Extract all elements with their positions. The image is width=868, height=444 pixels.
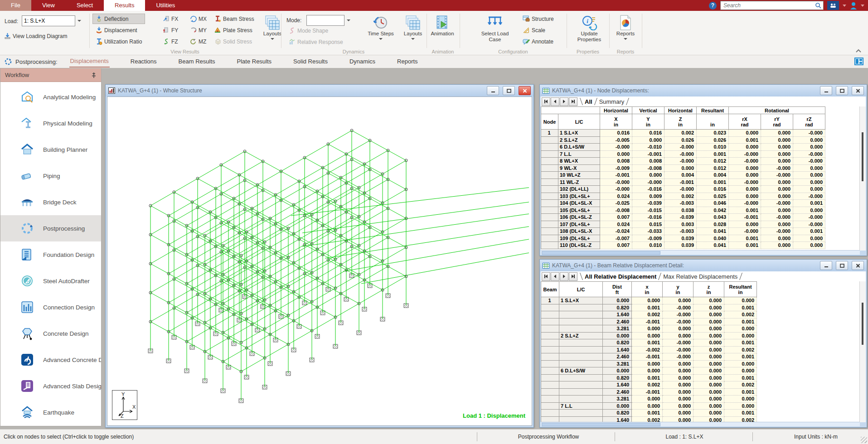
column-header[interactable]: yin [663,282,693,297]
cell[interactable]: 0.000 [693,402,724,410]
cell[interactable]: 0.000 [693,374,724,381]
cell[interactable] [541,214,558,221]
cell[interactable]: 0.001 [729,242,761,249]
cell[interactable]: 0.016 [632,130,664,137]
cell[interactable]: 0.003 [664,221,697,228]
cell[interactable]: 0.000 [693,297,724,304]
cell[interactable] [559,318,603,325]
first-sheet-button[interactable] [542,272,550,281]
node-horizontal-scrollbar[interactable] [541,250,860,255]
column-header[interactable]: Xin [600,114,632,130]
mode-dropdown-icon[interactable] [344,15,353,26]
cell[interactable]: 109 (DL+SL+ [558,235,600,242]
cell[interactable]: 0.000 [632,396,663,403]
cell[interactable]: -0.010 [632,144,664,151]
cell[interactable]: 0.001 [729,207,761,214]
cell[interactable]: 3.281 [603,360,632,367]
cell[interactable]: -0.000 [664,158,697,165]
structure-window-titlebar[interactable]: KATWA_G+4 (1) - Whole Structure [106,85,533,97]
cell[interactable]: 0.001 [632,374,663,381]
cell[interactable] [541,367,559,375]
cell[interactable] [541,144,558,151]
cell[interactable]: -0.000 [663,311,693,319]
cell[interactable]: -0.000 [793,158,825,165]
cell[interactable]: 1 [541,130,558,137]
column-header[interactable]: Zin [664,114,697,130]
structure-maximize-button[interactable] [503,86,515,95]
cell[interactable]: 0.000 [724,297,757,304]
menu-tab-utilities[interactable]: Utilities [145,0,186,11]
cell[interactable]: 0.025 [697,193,729,200]
cell[interactable]: 0.000 [729,193,761,200]
cell[interactable] [541,164,558,172]
sidebar-item-steel-autodrafter[interactable]: Steel AutoDrafter [0,268,101,294]
column-header[interactable]: L/C [558,114,600,130]
help-icon[interactable]: ? [709,2,717,10]
cell[interactable]: 1.640 [603,346,632,353]
cell[interactable]: 0.000 [693,388,724,396]
cell[interactable] [541,158,558,165]
tab-reports[interactable]: Reports [396,56,419,67]
cell[interactable]: 0.000 [663,360,693,367]
window-layout-icon[interactable] [854,58,863,65]
mx-button[interactable]: MX [187,14,210,24]
tab-beam-results[interactable]: Beam Results [178,56,216,67]
cell[interactable]: 0.000 [693,318,724,325]
cell[interactable]: 0.000 [729,164,761,172]
sidebar-item-advanced-slab-design[interactable]: Advanced Slab Design [0,373,101,399]
column-header[interactable]: Resultantin [724,282,757,297]
cell[interactable]: 3.281 [603,396,632,403]
cell[interactable]: 2.460 [603,388,632,396]
cell[interactable]: 11 WL-Z [558,179,600,186]
structure-close-button[interactable] [519,86,531,95]
cell[interactable]: -0.039 [664,214,697,221]
cell[interactable]: 0.000 [793,235,825,242]
cell[interactable]: 2.460 [603,353,632,361]
cell[interactable] [559,410,603,417]
sidebar-item-analytical-modeling[interactable]: Analytical Modeling [0,84,101,110]
cell[interactable]: 10 WL+Z [558,172,600,179]
tab-plate-results[interactable]: Plate Results [236,56,273,67]
cell[interactable]: -0.008 [632,164,664,172]
cell[interactable] [541,332,559,339]
cell[interactable]: 0.000 [632,360,663,367]
cell[interactable]: 0.001 [729,136,761,144]
cell[interactable]: 0.000 [729,221,761,228]
structure-button[interactable]: Structure [519,14,557,24]
cell[interactable]: 106 (DL+SL-Z [558,214,600,221]
cell[interactable]: -0.000 [761,200,793,207]
cell[interactable]: 0.000 [761,179,793,186]
tab-reactions[interactable]: Reactions [130,56,158,67]
cell[interactable] [541,150,558,158]
cell[interactable]: 0.009 [632,193,664,200]
cell[interactable]: 0.000 [603,332,632,339]
cell[interactable]: -0.024 [600,228,632,235]
cell[interactable] [541,193,558,200]
beam-stress-button[interactable]: Beam Stress [211,14,257,24]
cell[interactable] [541,353,559,361]
cell[interactable]: -0.009 [600,164,632,172]
cell[interactable]: 0.000 [693,332,724,339]
cell[interactable]: 0.000 [632,402,663,410]
cell[interactable]: 104 (DL+SL-X [558,200,600,207]
cell[interactable]: 1 [541,297,559,304]
cell[interactable]: -0.033 [632,228,664,235]
cell[interactable]: 0.000 [724,367,757,375]
cell[interactable] [541,207,558,214]
cell[interactable]: 107 (DL+SL+ [558,221,600,228]
cell[interactable]: 7 L.L [558,150,600,158]
cell[interactable]: 0.000 [761,207,793,214]
cell[interactable]: -0.000 [729,200,761,207]
cell[interactable]: 0.004 [697,172,729,179]
cell[interactable]: 0.002 [664,193,697,200]
cell[interactable]: -0.001 [632,388,663,396]
cell[interactable]: 0.000 [724,396,757,403]
beam-vertical-scrollbar[interactable] [859,281,866,422]
cell[interactable]: 0.002 [632,381,663,389]
column-header[interactable]: rYrad [761,114,793,130]
column-header[interactable]: in [697,114,729,130]
node-maximize-button[interactable] [836,86,848,95]
cell[interactable]: 1.640 [603,381,632,389]
cell[interactable]: 110 (DL+SL-Z [558,242,600,249]
connect-center-icon[interactable] [827,1,839,10]
